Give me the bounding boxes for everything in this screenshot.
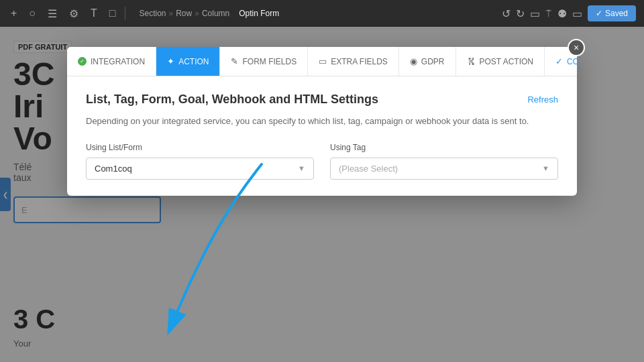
modal-title: List, Tag, Form, Goal, Webhook and HTML … (86, 93, 378, 107)
tag-placeholder: (Please Select) (339, 164, 398, 174)
tab-complete-label: COMPLETE (567, 57, 577, 66)
breadcrumb: Section » Row » Column (139, 9, 229, 18)
tab-bar: ✓ INTEGRATION ✦ ACTION ✎ FORM FIELDS ▭ E… (67, 47, 577, 76)
tab-gdpr-label: GDPR (421, 57, 445, 66)
breadcrumb-arrow1: » (169, 9, 174, 18)
breadcrumb-section[interactable]: Section (139, 9, 166, 18)
tag-chevron-icon: ▼ (542, 164, 549, 172)
integration-check-icon: ✓ (78, 57, 87, 66)
breadcrumb-row[interactable]: Row (176, 9, 192, 18)
fields-row: Using List/Form Com1coq ▼ Using Tag (Ple… (86, 143, 558, 180)
list-form-select[interactable]: Com1coq ▼ (86, 158, 314, 180)
settings-icon[interactable]: ⚙ (66, 5, 81, 23)
toolbar-right: ↺ ↻ ▭ ⍑ ⚉ ▭ ✓ Saved (502, 5, 636, 21)
wifi-icon[interactable]: ⍑ (545, 7, 552, 19)
text-icon[interactable]: T (88, 5, 100, 22)
tab-integration[interactable]: ✓ INTEGRATION (67, 47, 156, 76)
saved-checkmark: ✓ (596, 9, 602, 18)
tab-post-action-label: POST ACTION (480, 57, 533, 66)
tag-label: Using Tag (330, 143, 558, 152)
breadcrumb-column[interactable]: Column (202, 9, 229, 18)
refresh-button[interactable]: Refresh (527, 95, 558, 105)
tab-form-fields-label: FORM FIELDS (242, 57, 297, 66)
tab-action-label: ACTION (178, 57, 209, 66)
tab-post-action[interactable]: ⛕ POST ACTION (456, 47, 545, 76)
list-form-label: Using List/Form (86, 143, 314, 152)
undo-icon[interactable]: ↺ (502, 7, 511, 20)
share-icon[interactable]: ▭ (572, 7, 582, 20)
tag-select[interactable]: (Please Select) ▼ (330, 158, 558, 180)
list-form-chevron-icon: ▼ (298, 164, 305, 172)
modal-title-row: List, Tag, Form, Goal, Webhook and HTML … (86, 93, 558, 107)
action-icon: ✦ (167, 56, 174, 66)
tab-extra-fields-label: EXTRA FIELDS (331, 57, 388, 66)
tab-gdpr[interactable]: ◉ GDPR (399, 47, 456, 76)
form-fields-icon: ✎ (231, 56, 238, 66)
add-icon[interactable]: + (8, 5, 19, 22)
list-form-group: Using List/Form Com1coq ▼ (86, 143, 314, 180)
tab-form-fields[interactable]: ✎ FORM FIELDS (220, 47, 308, 76)
modal-body: List, Tag, Form, Goal, Webhook and HTML … (67, 76, 577, 196)
modal-description: Depending on your integrated service, yo… (86, 115, 558, 128)
optin-form-label: Optin Form (239, 9, 279, 18)
post-action-icon: ⛕ (467, 56, 476, 66)
crop-icon[interactable]: □ (107, 5, 119, 22)
tab-action[interactable]: ✦ ACTION (156, 47, 220, 76)
extra-fields-icon: ▭ (319, 56, 327, 66)
saved-label: Saved (605, 9, 628, 18)
globe-icon[interactable]: ○ (26, 5, 38, 22)
modal-close-button[interactable]: × (568, 39, 585, 56)
list-icon[interactable]: ☰ (45, 5, 60, 23)
list-form-value: Com1coq (95, 164, 132, 174)
redo-icon[interactable]: ↻ (516, 7, 525, 20)
tag-group: Using Tag (Please Select) ▼ (330, 143, 558, 180)
toolbar: + ○ ☰ ⚙ T □ Section » Row » Column Optin… (0, 0, 644, 27)
help-icon[interactable]: ⚉ (557, 7, 567, 20)
modal: × ✓ INTEGRATION ✦ ACTION ✎ FORM FIELDS ▭… (67, 47, 577, 196)
saved-button[interactable]: ✓ Saved (588, 5, 636, 21)
modal-overlay: × ✓ INTEGRATION ✦ ACTION ✎ FORM FIELDS ▭… (0, 27, 644, 362)
tab-extra-fields[interactable]: ▭ EXTRA FIELDS (308, 47, 399, 76)
duplicate-icon[interactable]: ▭ (530, 7, 540, 20)
tab-integration-label: INTEGRATION (91, 57, 145, 66)
breadcrumb-arrow2: » (195, 9, 199, 18)
gdpr-icon: ◉ (410, 56, 417, 66)
complete-check-icon: ✓ (555, 56, 563, 66)
toolbar-separator (125, 7, 125, 20)
